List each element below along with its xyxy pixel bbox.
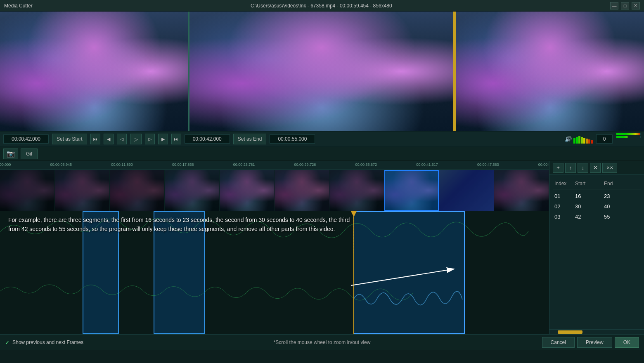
- timeline-ruler[interactable]: 00:00:00.00000:00:05.94500:00:11.89000:0…: [0, 161, 549, 170]
- volume-level-bars: [616, 133, 641, 145]
- segment-row-1[interactable]: 01 16 23: [553, 191, 641, 201]
- scroll-hint: *Scroll the mouse wheel to zoom in/out v…: [274, 339, 371, 345]
- col-end: End: [602, 180, 631, 187]
- preview-center-image: [189, 12, 453, 131]
- segment-panel: + ↑ ↓ ✕ ✕✕ Index Start End 01 16 23 02 3…: [549, 161, 644, 334]
- vol-bar-2: [578, 136, 580, 144]
- thumb-7: [329, 170, 384, 211]
- col-index: Index: [553, 180, 573, 187]
- segment-row-3[interactable]: 03 42 55: [553, 212, 641, 222]
- preview-right: [455, 12, 644, 131]
- thumb-9: [439, 170, 494, 211]
- controls-row: 00:00:42.000 Set as Start ⏮ ◀ ◁ ▷ ▷ ▶ ⏭ …: [0, 131, 644, 147]
- volume-area: 🔊: [565, 134, 593, 144]
- set-end-button[interactable]: Set as End: [233, 134, 267, 144]
- title-bar: Media Cutter C:\Users\asus\Videos\Ink - …: [0, 0, 644, 12]
- thumb-5: [220, 170, 275, 211]
- show-frames-text: Show previous and next Frames: [12, 339, 83, 345]
- cancel-button[interactable]: Cancel: [542, 337, 575, 348]
- delete-all-button[interactable]: ✕✕: [602, 163, 617, 173]
- nav-prev-button[interactable]: ◀: [104, 134, 114, 144]
- time-start-display[interactable]: 00:00:42.000: [3, 134, 49, 144]
- vol-bar-4: [583, 138, 585, 144]
- seg-3-end: 55: [602, 213, 631, 221]
- thumb-1: [0, 170, 55, 211]
- add-segment-button[interactable]: +: [553, 163, 564, 173]
- segment-row-2[interactable]: 02 30 40: [553, 201, 641, 212]
- vol-level-bar: [616, 133, 641, 135]
- waveform-svg-top: [0, 211, 549, 273]
- seg-2-end: 40: [602, 203, 631, 210]
- seg-2-index: 02: [553, 203, 573, 210]
- playhead[interactable]: [353, 211, 354, 334]
- delete-segment-button[interactable]: ✕: [590, 163, 601, 173]
- show-frames-label[interactable]: ✓ Show previous and next Frames: [5, 339, 83, 346]
- ruler-tick-3: 00:00:17.836: [172, 163, 194, 167]
- thumb-highlight: [384, 170, 439, 211]
- preview-button[interactable]: Preview: [577, 337, 612, 348]
- screenshot-button[interactable]: 📷: [3, 148, 18, 159]
- time-middle-display[interactable]: 00:00:42.000: [185, 134, 230, 144]
- time-end-display[interactable]: 00:00:55.000: [270, 134, 315, 144]
- nav-next-next-button[interactable]: ⏭: [171, 134, 181, 144]
- seg-3-index: 03: [553, 213, 573, 221]
- seg-3-start: 42: [573, 213, 602, 221]
- ok-button[interactable]: OK: [615, 337, 639, 348]
- thumb-3: [110, 170, 165, 211]
- app-title: Media Cutter: [4, 3, 33, 9]
- checkbox-checkmark[interactable]: ✓: [5, 339, 10, 346]
- close-button[interactable]: ✕: [632, 2, 640, 9]
- seg-1-end: 23: [602, 192, 631, 200]
- timeline-container: 00:00:00.00000:00:05.94500:00:11.89000:0…: [0, 161, 644, 334]
- ruler-tick-8: 00:00:47.563: [477, 163, 499, 167]
- move-down-button[interactable]: ↓: [578, 163, 588, 173]
- seg-1-start: 16: [573, 192, 602, 200]
- ruler-tick-4: 00:00:23.781: [233, 163, 255, 167]
- seg-1-index: 01: [553, 192, 573, 200]
- ruler-tick-2: 00:00:11.890: [111, 163, 133, 167]
- bottom-bar: ✓ Show previous and next Frames *Scroll …: [0, 334, 644, 350]
- preview-left: [0, 12, 189, 131]
- segment-table: Index Start End 01 16 23 02 30 40 03 42 …: [549, 175, 644, 329]
- vol-bar-0: [573, 138, 575, 144]
- vol-bar-5: [586, 139, 588, 144]
- timeline-main: 00:00:00.00000:00:05.94500:00:11.89000:0…: [0, 161, 549, 334]
- preview-right-image: [456, 12, 644, 131]
- waveform-area: For example, there are three segments, t…: [0, 211, 549, 334]
- nav-next-button[interactable]: ▶: [158, 134, 168, 144]
- vol-bar-3: [581, 137, 583, 144]
- file-info: C:\Users\asus\Videos\Ink - 67358.mp4 - 0…: [251, 3, 392, 9]
- thumb-6: [275, 170, 329, 211]
- nav-step-back-button[interactable]: ◁: [117, 134, 127, 144]
- nav-step-fwd-button[interactable]: ▷: [145, 134, 155, 144]
- segment-scrollbar[interactable]: [549, 329, 644, 334]
- preview-center: [189, 12, 455, 131]
- nav-prev-prev-button[interactable]: ⏮: [90, 134, 100, 144]
- thumb-2: [55, 170, 110, 211]
- segment-scrollbar-thumb[interactable]: [558, 330, 582, 334]
- maximize-button[interactable]: □: [621, 2, 629, 9]
- frame-counter: 0: [596, 134, 613, 144]
- vol-bar-6: [588, 139, 590, 144]
- ruler-tick-0: 00:00:00.000: [0, 163, 11, 167]
- thumbnail-strip: [0, 170, 549, 211]
- seg-2-start: 30: [573, 203, 602, 210]
- gif-button[interactable]: Gif: [21, 148, 38, 159]
- preview-left-image: [0, 12, 188, 131]
- vol-level-bar2: [616, 136, 641, 138]
- ruler-tick-5: 00:00:29.726: [294, 163, 316, 167]
- volume-icon[interactable]: 🔊: [565, 136, 572, 142]
- nav-play-button[interactable]: ▷: [130, 134, 142, 144]
- thumb-10: [494, 170, 549, 211]
- toolbar-row: 📷 Gif: [0, 147, 644, 161]
- bottom-buttons: Cancel Preview OK: [542, 337, 639, 348]
- set-start-button[interactable]: Set as Start: [52, 134, 87, 144]
- segment-toolbar: + ↑ ↓ ✕ ✕✕: [549, 161, 644, 175]
- preview-area: [0, 12, 644, 131]
- move-up-button[interactable]: ↑: [565, 163, 576, 173]
- ruler-tick-1: 00:00:05.945: [50, 163, 72, 167]
- window-controls: — □ ✕: [610, 2, 640, 9]
- vol-bar-7: [591, 140, 593, 144]
- minimize-button[interactable]: —: [610, 2, 618, 9]
- col-start: Start: [573, 180, 602, 187]
